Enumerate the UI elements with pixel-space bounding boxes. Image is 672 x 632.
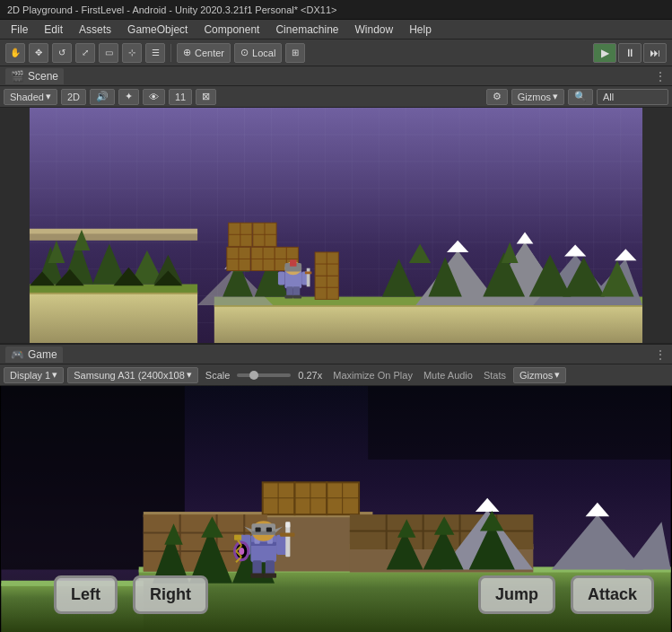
transform-space-dropdown[interactable]: ⊙ Local bbox=[234, 43, 282, 63]
menu-window[interactable]: Window bbox=[348, 22, 401, 38]
game-panel: 🎮 Game ⋮ Display 1 ▾ Samsung A31 (2400x1… bbox=[0, 345, 672, 632]
svg-rect-167 bbox=[285, 523, 290, 557]
svg-rect-176 bbox=[264, 574, 276, 578]
svg-rect-169 bbox=[285, 522, 290, 527]
pivot-dropdown[interactable]: ⊕ Center bbox=[177, 43, 231, 63]
resolution-label: Samsung A31 (2400x108 bbox=[74, 370, 185, 381]
resolution-dropdown[interactable]: Samsung A31 (2400x108 ▾ bbox=[67, 367, 198, 383]
svg-rect-31 bbox=[30, 293, 197, 343]
svg-rect-107 bbox=[368, 386, 670, 460]
scene-view bbox=[0, 108, 672, 343]
menu-cinemachine[interactable]: Cinemachine bbox=[268, 22, 345, 38]
display-label: Display 1 bbox=[10, 370, 50, 381]
right-button-label: Right bbox=[150, 585, 191, 604]
shader-label: Shaded bbox=[10, 92, 44, 102]
transform-tool-btn[interactable]: ⊹ bbox=[122, 43, 142, 63]
maximize-on-play-btn[interactable]: Maximize On Play bbox=[329, 367, 416, 383]
display-dropdown[interactable]: Display 1 ▾ bbox=[4, 367, 64, 383]
search-icon-btn[interactable]: 🔍 bbox=[568, 89, 593, 105]
scale-value: 0.27x bbox=[294, 370, 326, 381]
gizmos-chevron-icon: ▾ bbox=[553, 91, 558, 102]
game-panel-menu[interactable]: ⋮ bbox=[654, 348, 667, 361]
display-chevron-icon: ▾ bbox=[52, 369, 57, 381]
toolbar-sep-1 bbox=[170, 44, 171, 62]
game-gizmos-chevron-icon: ▾ bbox=[554, 369, 560, 381]
attack-button-label: Attack bbox=[588, 585, 637, 604]
game-panel-header: 🎮 Game ⋮ bbox=[0, 345, 672, 364]
svg-rect-162 bbox=[256, 527, 261, 531]
scene-panel-header: 🎬 Scene ⋮ bbox=[0, 66, 672, 86]
svg-rect-173 bbox=[252, 560, 261, 575]
svg-rect-175 bbox=[250, 574, 263, 578]
mute-audio-btn[interactable]: Mute Audio bbox=[420, 367, 476, 383]
menu-help[interactable]: Help bbox=[402, 22, 439, 38]
scene-panel-menu[interactable]: ⋮ bbox=[654, 70, 667, 83]
toolbar: ✋ ✥ ↺ ⤢ ▭ ⊹ ☰ ⊕ Center ⊙ Local ⊞ ▶ ⏸ ⏭ bbox=[0, 40, 672, 66]
jump-button-label: Jump bbox=[495, 585, 538, 604]
scene-settings-btn[interactable]: ⚙ bbox=[486, 89, 508, 105]
scene-tab[interactable]: 🎬 Scene bbox=[5, 68, 64, 84]
left-button-label: Left bbox=[71, 585, 100, 604]
svg-rect-100 bbox=[305, 271, 311, 274]
fx-btn[interactable]: ✦ bbox=[118, 89, 139, 105]
scene-tab-label: Scene bbox=[28, 70, 58, 83]
rotate-tool-btn[interactable]: ↺ bbox=[52, 43, 72, 63]
game-gizmos-dropdown[interactable]: Gizmos ▾ bbox=[513, 367, 566, 383]
svg-rect-97 bbox=[278, 271, 284, 285]
shaded-dropdown[interactable]: Shaded ▾ bbox=[4, 89, 57, 105]
gizmos-dropdown[interactable]: Gizmos ▾ bbox=[511, 89, 564, 105]
search-all-input[interactable]: All bbox=[597, 89, 668, 105]
game-tab[interactable]: 🎮 Game bbox=[5, 347, 63, 363]
attack-button[interactable]: Attack bbox=[571, 575, 654, 614]
chevron-down-icon: ▾ bbox=[46, 91, 51, 102]
title-text: 2D Playground - FirstLevel - Android - U… bbox=[7, 4, 336, 15]
grid-btn[interactable]: ⊞ bbox=[285, 43, 305, 63]
custom-tool-btn[interactable]: ☰ bbox=[145, 43, 165, 63]
mode-label: 2D bbox=[67, 92, 80, 102]
step-button[interactable]: ⏭ bbox=[643, 43, 667, 63]
mode-2d-btn[interactable]: 2D bbox=[61, 89, 86, 105]
pivot-label: Center bbox=[195, 48, 224, 58]
scene-panel: 🎬 Scene ⋮ Shaded ▾ 2D 🔊 ✦ 👁 11 ⊠ ⚙ Gizmo… bbox=[0, 66, 672, 345]
resolution-chevron-icon: ▾ bbox=[187, 369, 192, 381]
svg-rect-38 bbox=[30, 229, 197, 234]
scale-tool-btn[interactable]: ⤢ bbox=[75, 43, 95, 63]
svg-rect-177 bbox=[234, 535, 241, 540]
layers-btn[interactable]: 11 bbox=[169, 89, 192, 105]
rect-tool-btn[interactable]: ▭ bbox=[99, 43, 118, 63]
menu-gameobject[interactable]: GameObject bbox=[120, 22, 195, 38]
move-tool-btn[interactable]: ✥ bbox=[29, 43, 48, 63]
menu-bar: File Edit Assets GameObject Component Ci… bbox=[0, 20, 672, 40]
left-button[interactable]: Left bbox=[54, 575, 118, 614]
stats-btn[interactable]: Stats bbox=[480, 367, 510, 383]
menu-edit[interactable]: Edit bbox=[37, 22, 70, 38]
gizmos-label: Gizmos bbox=[518, 92, 551, 102]
scene-tab-icon: 🎬 bbox=[11, 70, 24, 83]
play-button[interactable]: ▶ bbox=[593, 43, 616, 63]
svg-rect-159 bbox=[251, 531, 275, 535]
pause-button[interactable]: ⏸ bbox=[618, 43, 641, 63]
game-toolbar: Display 1 ▾ Samsung A31 (2400x108 ▾ Scal… bbox=[0, 364, 672, 386]
svg-rect-34 bbox=[214, 305, 642, 343]
jump-button[interactable]: Jump bbox=[478, 575, 555, 614]
transform-label: Local bbox=[252, 48, 275, 58]
svg-rect-168 bbox=[280, 533, 294, 537]
menu-assets[interactable]: Assets bbox=[72, 22, 118, 38]
right-button[interactable]: Right bbox=[133, 575, 208, 614]
hand-tool-btn[interactable]: ✋ bbox=[5, 43, 25, 63]
scale-label: Scale bbox=[202, 370, 234, 381]
game-gizmos-label: Gizmos bbox=[519, 370, 553, 381]
game-tab-icon: 🎮 bbox=[11, 348, 24, 361]
title-bar: 2D Playground - FirstLevel - Android - U… bbox=[0, 0, 672, 20]
menu-file[interactable]: File bbox=[4, 22, 35, 38]
svg-rect-103 bbox=[284, 295, 292, 299]
menu-component[interactable]: Component bbox=[196, 22, 266, 38]
scene-icons-btn[interactable]: 👁 bbox=[143, 89, 165, 105]
scene-svg bbox=[0, 108, 672, 343]
scale-slider[interactable] bbox=[237, 373, 291, 377]
svg-rect-99 bbox=[307, 268, 310, 287]
scene-extra-btn[interactable]: ⊠ bbox=[196, 89, 216, 105]
scene-toolbar: Shaded ▾ 2D 🔊 ✦ 👁 11 ⊠ ⚙ Gizmos ▾ 🔍 All bbox=[0, 86, 672, 108]
transform-icon: ⊙ bbox=[240, 47, 249, 58]
audio-btn[interactable]: 🔊 bbox=[90, 89, 115, 105]
